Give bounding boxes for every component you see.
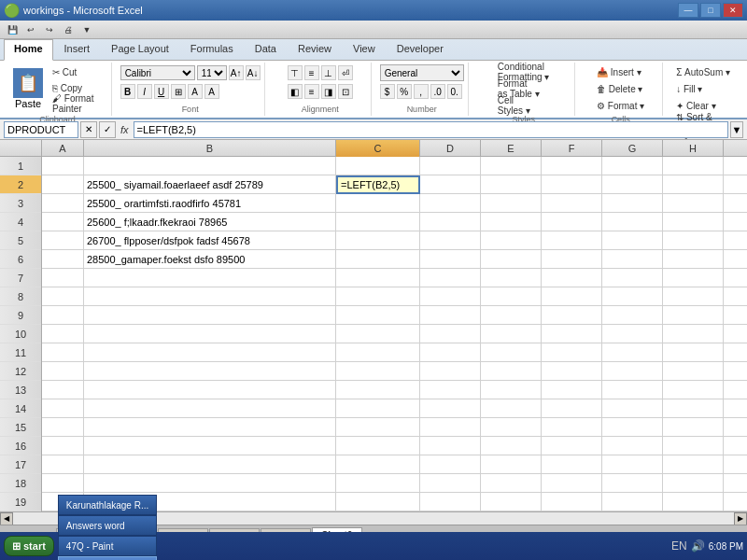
merge-btn[interactable]: ⊡ [338, 84, 353, 99]
cell-E3[interactable] [481, 194, 542, 213]
start-button[interactable]: ⊞ start [4, 536, 54, 556]
cell-E8[interactable] [481, 287, 542, 306]
cell-B11[interactable] [84, 343, 336, 362]
ribbon-tab-view[interactable]: View [343, 39, 386, 60]
maximize-button[interactable]: □ [700, 3, 721, 18]
ribbon-tab-page layout[interactable]: Page Layout [101, 39, 179, 60]
autosum-btn[interactable]: Σ AutoSum ▾ [672, 64, 734, 79]
cell-D10[interactable] [420, 325, 481, 343]
cell-F16[interactable] [542, 437, 602, 455]
cell-F10[interactable] [542, 325, 602, 343]
scroll-left-btn[interactable]: ◀ [0, 512, 13, 525]
cell-G1[interactable] [602, 157, 663, 175]
cell-F5[interactable] [542, 231, 602, 250]
print-quick-btn[interactable]: 🖨 [60, 22, 77, 37]
redo-quick-btn[interactable]: ↪ [41, 22, 58, 37]
cell-E1[interactable] [481, 157, 542, 175]
cell-B5[interactable]: 26700_ flpposer/dsfpok fadsf 45678 [84, 231, 336, 250]
cell-F2[interactable] [542, 175, 602, 194]
cell-C11[interactable] [336, 343, 420, 362]
cell-B16[interactable] [84, 437, 336, 455]
ribbon-tab-formulas[interactable]: Formulas [180, 39, 244, 60]
cell-G3[interactable] [602, 194, 663, 213]
font-name-select[interactable]: Calibri [120, 65, 195, 80]
cell-I14[interactable] [724, 399, 747, 418]
ribbon-tab-data[interactable]: Data [245, 39, 287, 60]
cell-E2[interactable] [481, 175, 542, 194]
cell-D16[interactable] [420, 437, 481, 455]
col-header-c[interactable]: C [336, 140, 420, 157]
cell-D13[interactable] [420, 381, 481, 399]
cell-I8[interactable] [724, 287, 747, 306]
cell-G16[interactable] [602, 437, 663, 455]
cell-H11[interactable] [663, 343, 724, 362]
paste-button[interactable]: 📋 Paste [9, 64, 47, 113]
align-middle-btn[interactable]: ≡ [304, 65, 319, 80]
cell-A3[interactable] [42, 194, 84, 213]
name-box[interactable] [4, 121, 78, 138]
cell-B7[interactable] [84, 269, 336, 287]
format-cells-btn[interactable]: ⚙ Format ▾ [593, 98, 648, 113]
cell-G17[interactable] [602, 455, 663, 474]
cell-A10[interactable] [42, 325, 84, 343]
cell-I11[interactable] [724, 343, 747, 362]
cell-E17[interactable] [481, 455, 542, 474]
cell-H14[interactable] [663, 399, 724, 418]
cell-D3[interactable] [420, 194, 481, 213]
cell-H3[interactable] [663, 194, 724, 213]
cell-A16[interactable] [42, 437, 84, 455]
cell-G2[interactable] [602, 175, 663, 194]
cell-G18[interactable] [602, 474, 663, 493]
cell-I3[interactable] [724, 194, 747, 213]
cell-E19[interactable] [481, 493, 542, 511]
cell-C10[interactable] [336, 325, 420, 343]
fill-color-button[interactable]: A [188, 84, 203, 99]
cell-H19[interactable] [663, 493, 724, 511]
bold-button[interactable]: B [120, 84, 135, 99]
formula-expand-btn[interactable]: ▼ [730, 121, 743, 138]
cell-A18[interactable] [42, 474, 84, 493]
row-number-14[interactable]: 14 [0, 399, 41, 418]
cell-G7[interactable] [602, 269, 663, 287]
cell-I7[interactable] [724, 269, 747, 287]
cell-I12[interactable] [724, 362, 747, 381]
cell-B2[interactable]: 25500_ siyamail.foaerlaeef asdf 25789 [84, 175, 336, 194]
cell-G5[interactable] [602, 231, 663, 250]
ribbon-tab-home[interactable]: Home [4, 39, 53, 61]
cell-E11[interactable] [481, 343, 542, 362]
dec-increase-btn[interactable]: .0 [430, 84, 445, 99]
row-number-6[interactable]: 6 [0, 250, 41, 269]
cell-F8[interactable] [542, 287, 602, 306]
comma-btn[interactable]: , [414, 84, 429, 99]
cell-I2[interactable] [724, 175, 747, 194]
cell-C3[interactable] [336, 194, 420, 213]
cell-D4[interactable] [420, 213, 481, 231]
cell-B10[interactable] [84, 325, 336, 343]
cell-C7[interactable] [336, 269, 420, 287]
scroll-right-btn[interactable]: ▶ [734, 512, 747, 525]
row-number-13[interactable]: 13 [0, 381, 41, 399]
cell-B6[interactable]: 28500_gamaper.foekst dsfo 89500 [84, 250, 336, 269]
cell-I18[interactable] [724, 474, 747, 493]
cell-B1[interactable] [84, 157, 336, 175]
cell-G12[interactable] [602, 362, 663, 381]
font-size-select[interactable]: 11 [197, 65, 227, 80]
cell-B12[interactable] [84, 362, 336, 381]
close-button[interactable]: ✕ [723, 3, 743, 18]
cell-I10[interactable] [724, 325, 747, 343]
row-number-12[interactable]: 12 [0, 362, 41, 381]
col-header-a[interactable]: A [42, 140, 84, 157]
cell-H6[interactable] [663, 250, 724, 269]
cell-G9[interactable] [602, 306, 663, 325]
cell-F1[interactable] [542, 157, 602, 175]
format-as-table-btn[interactable]: Formatas Table ▾ [494, 81, 543, 96]
cell-C12[interactable] [336, 362, 420, 381]
cell-E12[interactable] [481, 362, 542, 381]
cell-E6[interactable] [481, 250, 542, 269]
cell-F6[interactable] [542, 250, 602, 269]
cell-A11[interactable] [42, 343, 84, 362]
cell-A7[interactable] [42, 269, 84, 287]
cell-E10[interactable] [481, 325, 542, 343]
cell-H5[interactable] [663, 231, 724, 250]
cell-I13[interactable] [724, 381, 747, 399]
